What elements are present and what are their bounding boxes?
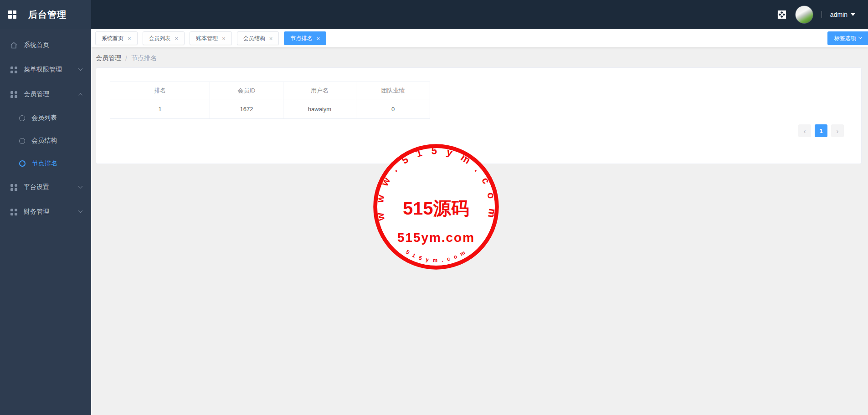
grid-icon [10, 66, 18, 74]
pagination: ‹ 1 › [798, 124, 844, 137]
column-header-member-id: 会员ID [210, 82, 283, 99]
sidebar-subitem-node-ranking[interactable]: 节点排名 [0, 152, 91, 175]
breadcrumb-section[interactable]: 会员管理 [96, 54, 121, 62]
username-label: admin [830, 11, 847, 18]
grid-icon [10, 208, 18, 216]
grid-icon [10, 91, 18, 98]
tab-node-ranking[interactable]: 节点排名 × [284, 31, 326, 45]
sidebar-item-member-management[interactable]: 会员管理 [0, 82, 91, 107]
pagination-page-1[interactable]: 1 [815, 124, 827, 137]
sidebar-item-label: 菜单权限管理 [24, 66, 79, 74]
radio-circle-icon [19, 115, 25, 121]
sidebar-subitem-label: 会员列表 [31, 114, 57, 122]
sidebar-subitem-label: 节点排名 [32, 159, 57, 168]
sidebar: 系统首页 菜单权限管理 会员管理 会员列表 会员结构 节点排名 平台设置 [0, 29, 91, 415]
radio-circle-icon [19, 138, 25, 144]
tab-bar: 系统首页 × 会员列表 × 账本管理 × 会员结构 × 节点排名 × 标签选项 [91, 29, 868, 47]
column-header-rank: 排名 [110, 82, 210, 99]
tab-label: 账本管理 [196, 35, 218, 42]
sidebar-subitem-member-structure[interactable]: 会员结构 [0, 129, 91, 152]
sidebar-item-label: 系统首页 [24, 41, 84, 49]
ranking-table: 排名 会员ID 用户名 团队业绩 1 1672 hawaiym 0 [110, 82, 430, 119]
table-header-row: 排名 会员ID 用户名 团队业绩 [110, 82, 430, 99]
column-header-team-performance: 团队业绩 [356, 82, 430, 99]
sidebar-item-menu-permissions[interactable]: 菜单权限管理 [0, 57, 91, 82]
cell-rank: 1 [110, 99, 210, 119]
tab-label: 系统首页 [102, 35, 123, 42]
breadcrumb-current: 节点排名 [131, 54, 157, 62]
app-header: 后台管理 admin [0, 0, 868, 29]
sidebar-subitem-label: 会员结构 [31, 137, 57, 145]
logo-area: 后台管理 [0, 0, 91, 29]
tab-label: 节点排名 [290, 35, 312, 42]
sidebar-item-label: 财务管理 [24, 208, 79, 216]
ranking-card: 排名 会员ID 用户名 团队业绩 1 1672 hawaiym 0 ‹ 1 › [96, 67, 862, 164]
close-icon[interactable]: × [175, 36, 179, 41]
tab-member-structure[interactable]: 会员结构 × [237, 31, 279, 45]
close-icon[interactable]: × [128, 36, 131, 41]
sidebar-item-home[interactable]: 系统首页 [0, 33, 91, 57]
cell-username: hawaiym [283, 99, 356, 119]
close-icon[interactable]: × [222, 36, 226, 41]
sidebar-subitem-member-list[interactable]: 会员列表 [0, 107, 91, 129]
radio-circle-icon [19, 160, 26, 167]
tab-member-list[interactable]: 会员列表 × [143, 31, 185, 45]
tag-options-label: 标签选项 [834, 35, 856, 42]
sidebar-item-finance-management[interactable]: 财务管理 [0, 200, 91, 224]
home-icon [10, 41, 18, 49]
fullscreen-icon[interactable] [777, 10, 787, 20]
pagination-next-button[interactable]: › [831, 124, 844, 137]
table-row: 1 1672 hawaiym 0 [110, 99, 430, 119]
cell-member-id: 1672 [210, 99, 283, 119]
cell-team-performance: 0 [356, 99, 430, 119]
tab-label: 会员列表 [149, 35, 171, 42]
tab-system-home[interactable]: 系统首页 × [95, 31, 138, 45]
app-logo-grid-icon [8, 10, 16, 19]
user-avatar[interactable] [795, 5, 813, 24]
grid-icon [10, 184, 18, 191]
chevron-down-icon [78, 66, 83, 71]
pagination-prev-button[interactable]: ‹ [798, 124, 811, 137]
sidebar-item-label: 会员管理 [24, 90, 79, 98]
chevron-up-icon [78, 92, 83, 97]
caret-down-icon [851, 13, 855, 16]
tag-options-button[interactable]: 标签选项 [827, 31, 868, 45]
chevron-down-icon [78, 184, 83, 188]
sidebar-item-label: 平台设置 [24, 183, 79, 191]
chevron-down-icon [858, 35, 862, 39]
sidebar-item-platform-settings[interactable]: 平台设置 [0, 175, 91, 200]
chevron-down-icon [78, 208, 83, 213]
close-icon[interactable]: × [269, 36, 273, 41]
breadcrumb: 会员管理 / 节点排名 [91, 47, 868, 62]
tab-label: 会员结构 [243, 35, 265, 42]
close-icon[interactable]: × [316, 36, 320, 41]
tab-ledger-management[interactable]: 账本管理 × [190, 31, 232, 45]
user-menu[interactable]: admin [830, 11, 855, 18]
header-divider [822, 11, 822, 18]
breadcrumb-separator: / [125, 55, 127, 62]
app-title: 后台管理 [28, 9, 67, 21]
main-content: 会员管理 / 节点排名 排名 会员ID 用户名 团队业绩 1 1672 hawa… [91, 47, 868, 415]
column-header-username: 用户名 [283, 82, 356, 99]
